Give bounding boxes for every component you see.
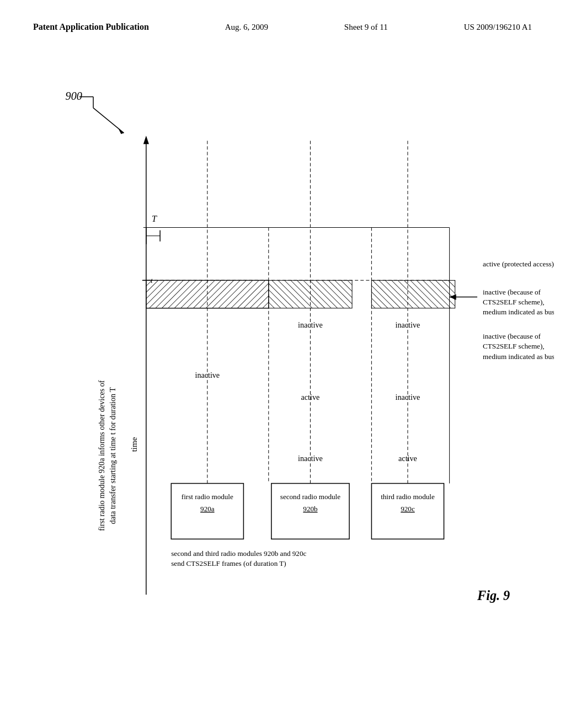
bottom-note-line2: send CTS2SELF frames (of duration T) <box>171 559 286 568</box>
page-header: Patent Application Publication Aug. 6, 2… <box>0 22 565 32</box>
right-label-inactive-2-line2: CTS2SELF scheme), <box>483 342 544 350</box>
svg-marker-3 <box>118 129 124 134</box>
right-label-inactive-2-line3: medium indicated as busy <box>483 352 554 361</box>
t-duration-label: T <box>152 214 157 223</box>
right-label-inactive-1-line3: medium indicated as busy <box>483 308 554 316</box>
m2-state-3: inactive <box>298 454 323 463</box>
module-2-active-block <box>269 280 352 308</box>
fig-label: Fig. 9 <box>477 588 510 603</box>
publication-date: Aug. 6, 2009 <box>225 23 268 32</box>
m3-state-3: active <box>398 454 417 463</box>
module-1-label-1: first radio module <box>182 493 233 501</box>
module-3-label-1: third radio module <box>381 493 435 501</box>
right-label-inactive-1-line1: inactive (because of <box>483 288 541 296</box>
sheet-info: Sheet 9 of 11 <box>344 23 388 32</box>
m1-state-1: inactive <box>195 371 220 379</box>
right-label-inactive-1-line2: CTS2SELF scheme), <box>483 298 544 306</box>
right-label-active: active (protected access) <box>483 260 554 268</box>
module-1-label-2: 920a <box>200 505 215 513</box>
main-desc-2: data transfer starting at time t for dur… <box>108 387 117 524</box>
m3-state-2: inactive <box>396 393 420 402</box>
module-2-label-2: 920b <box>303 505 318 513</box>
main-desc-1: first radio module 920a informs other de… <box>97 380 106 531</box>
ref-900: 900 <box>66 90 82 102</box>
module-3-label-2: 920c <box>401 505 415 513</box>
publication-title: Patent Application Publication <box>33 22 149 32</box>
time-label: time <box>130 437 138 452</box>
svg-marker-5 <box>143 136 149 144</box>
m2-state-2: active <box>301 393 320 402</box>
right-label-inactive-2-line1: inactive (because of <box>483 332 541 340</box>
m3-state-1: inactive <box>396 320 420 329</box>
bottom-note-line1: second and third radio modules 920b and … <box>171 549 306 558</box>
svg-line-2 <box>93 108 124 133</box>
diagram-svg: 900 first radio module 920a informs othe… <box>11 66 554 706</box>
patent-number: US 2009/196210 A1 <box>464 23 532 32</box>
module-3-active-block <box>371 280 455 308</box>
module-1-active-block <box>146 280 269 308</box>
m2-state-1: inactive <box>298 320 323 329</box>
module-2-label-1: second radio module <box>280 493 340 501</box>
